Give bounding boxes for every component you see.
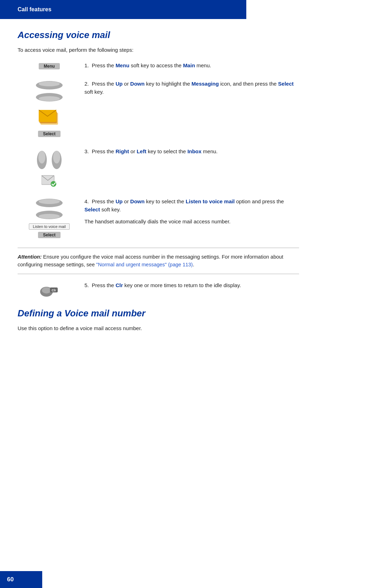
attention-label: Attention: xyxy=(18,254,42,260)
step1-main-word: Main xyxy=(183,62,195,68)
svg-point-16 xyxy=(39,214,60,219)
check-envelope-icon xyxy=(42,174,57,187)
svg-point-10 xyxy=(53,151,60,163)
step-row-4: Listen to voice mail Select 4. Press the… xyxy=(18,197,299,239)
listen-voice-mail-label: Listen to voice mail xyxy=(29,223,70,230)
svg-point-3 xyxy=(39,96,60,101)
section2-intro: Use this option to define a voice mail a… xyxy=(18,325,299,331)
step3-text: 3. Press the Right or Left key to select… xyxy=(81,147,299,155)
section2: Defining a Voice mail number Use this op… xyxy=(18,308,299,331)
page-number: 60 xyxy=(7,576,14,583)
step3-icon-col xyxy=(18,147,81,188)
svg-point-14 xyxy=(39,199,60,204)
step3-left: Left xyxy=(137,148,146,154)
select-button-label-2: Select xyxy=(38,131,60,137)
step-row-2: Select 2. Press the Up or Down key to hi… xyxy=(18,79,299,138)
step1-text: 1. Press the Menu soft key to access the… xyxy=(81,61,299,69)
menu-button-label: Menu xyxy=(39,63,60,69)
left-arrow-icon xyxy=(36,149,48,171)
step4-up-arrow-icon xyxy=(35,198,63,208)
step3-inbox: Inbox xyxy=(188,148,202,154)
up-arrow-icon xyxy=(35,80,63,90)
step2-up: Up xyxy=(115,81,122,87)
step2-down: Down xyxy=(130,81,145,87)
step1-icon-col: Menu xyxy=(18,61,81,70)
step4-extra-text: The handset automatically dials the voic… xyxy=(84,217,299,225)
step1-menu-key: Menu xyxy=(115,62,129,68)
svg-text:Clr: Clr xyxy=(52,289,56,292)
step4-listen: Listen to voice mail xyxy=(186,198,235,204)
step5-text: 5. Press the Clr key one or more times t… xyxy=(81,280,299,289)
right-arrow-icon xyxy=(50,149,63,171)
step4-down-arrow-icon xyxy=(35,210,63,220)
steps-container: Menu 1. Press the Menu soft key to acces… xyxy=(18,61,299,297)
side-arrows-icon xyxy=(36,149,63,171)
section2-title: Defining a Voice mail number xyxy=(18,308,299,319)
step3-right: Right xyxy=(115,148,129,154)
step-row-1: Menu 1. Press the Menu soft key to acces… xyxy=(18,61,299,70)
page-footer: 60 xyxy=(0,571,42,588)
step4-up: Up xyxy=(115,198,122,204)
clr-phone-icon: Clr xyxy=(39,282,59,297)
section1-title: Accessing voice mail xyxy=(18,30,299,41)
step4-down: Down xyxy=(130,198,145,204)
attention-box: Attention: Ensure you configure the voic… xyxy=(18,248,299,274)
select-button-label-4: Select xyxy=(38,232,60,238)
svg-point-1 xyxy=(39,81,60,86)
header-label: Call features xyxy=(18,6,51,12)
svg-point-8 xyxy=(38,151,45,163)
step2-messaging: Messaging xyxy=(191,81,219,87)
step4-text: 4. Press the Up or Down key to select th… xyxy=(81,197,299,225)
step4-select: Select xyxy=(84,206,100,212)
step-row-3: 3. Press the Right or Left key to select… xyxy=(18,147,299,188)
down-arrow-icon xyxy=(35,92,63,102)
step2-text: 2. Press the Up or Down key to highlight… xyxy=(81,79,299,96)
page-content: Accessing voice mail To access voice mai… xyxy=(0,19,317,360)
step2-icon-col: Select xyxy=(18,79,81,138)
step4-icon-col: Listen to voice mail Select xyxy=(18,197,81,239)
step2-select: Select xyxy=(278,81,293,87)
step-row-5: Clr 5. Press the Clr key one or more tim… xyxy=(18,280,299,297)
messaging-icon xyxy=(39,106,60,128)
section1-intro: To access voice mail, perform the follow… xyxy=(18,47,299,53)
step5-clr: Clr xyxy=(115,282,123,288)
step5-icon-col: Clr xyxy=(18,280,81,297)
header-bar: Call features xyxy=(0,0,246,19)
svg-point-18 xyxy=(42,287,51,293)
svg-point-12 xyxy=(51,181,56,187)
attention-link[interactable]: "Normal and urgent messages" (page 113) xyxy=(96,262,193,267)
